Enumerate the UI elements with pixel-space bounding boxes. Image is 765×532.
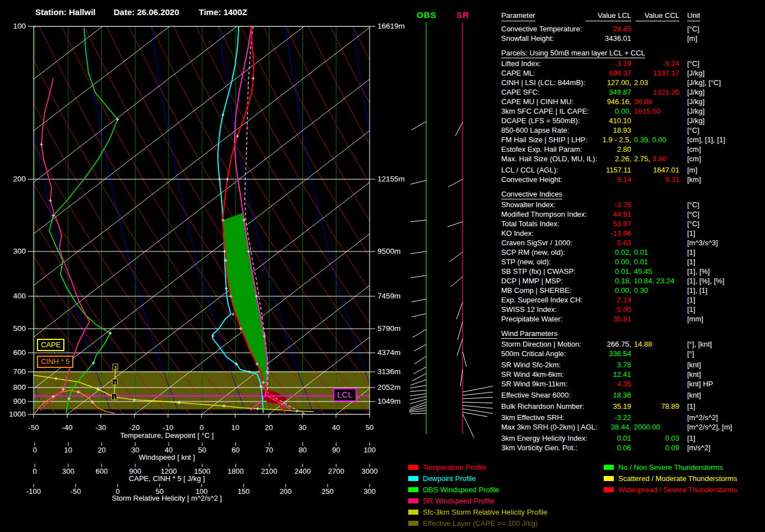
table-row: DCAPE (LFS = 550mB):410.10[J/kg]: [501, 116, 764, 126]
cape-label-box: CAPE: [37, 339, 64, 351]
value-lcl: 44.91: [501, 210, 631, 218]
table-row: FM Hail Size | SHIP | LHP:1.9 - 2.5,0.39…: [501, 136, 764, 145]
value-lcl: 0.00,: [501, 286, 631, 295]
value-lcl: 410.10: [501, 116, 631, 125]
svg-text:30: 30: [298, 423, 306, 432]
value-lcl: -3.78: [501, 200, 631, 209]
profile-legend-item: Effective Layer (CAPE >= 100 J/kg): [408, 517, 548, 529]
profile-legend-item: Temperature Profile: [408, 461, 548, 473]
value-lcl-extra: 2000.00: [634, 423, 660, 431]
cinh-label-box: CINH * 5: [37, 356, 73, 368]
section-header: Wind Parameters: [501, 329, 764, 339]
value-lcl: -3.22: [501, 413, 631, 422]
svg-text:5790m: 5790m: [377, 324, 400, 333]
unit-label: [knt]: [687, 370, 701, 379]
value-lcl: 18.93: [501, 126, 631, 134]
svg-text:Windspeed [ knt ]: Windspeed [ knt ]: [139, 453, 195, 461]
value-lcl: 0.01,: [501, 267, 631, 276]
svg-text:50: 50: [198, 446, 206, 454]
table-row: Effective Shear 6000:18.36[knt]: [501, 391, 764, 400]
value-lcl: 336.54: [501, 349, 631, 358]
value-lcl: 0.18,: [501, 277, 631, 285]
unit-label: [km]: [687, 175, 701, 184]
table-row: CINH | LSI (LCL: 844mB):127.00,2.03[J/kg…: [501, 78, 764, 88]
unit-label: [knt]: [687, 391, 701, 399]
col-header-parameter: Parameter: [501, 11, 535, 21]
wind-columns: [426, 22, 463, 434]
pressure-axis: 1002003004005006007008009001000: [9, 22, 34, 418]
svg-text:-50: -50: [71, 487, 81, 496]
legend-swatch-icon: [408, 521, 418, 526]
legend-label: Effective Layer (CAPE >= 100 J/kg): [423, 519, 538, 528]
table-row: 3km SFC CAPE | IL CAPE:0.00,1615.50[J/kg…: [501, 107, 764, 116]
svg-text:-10: -10: [163, 423, 174, 432]
table-row: Bulk Richardson Number:35.1978.89[1]: [501, 402, 764, 412]
value-lcl-extra: 2.75, 3.90: [634, 155, 666, 163]
unit-label: [°C]: [687, 200, 699, 209]
svg-text:12155m: 12155m: [377, 175, 405, 183]
svg-text:0: 0: [32, 446, 36, 454]
table-row: Snowfall Height:3436.01[m]: [501, 34, 764, 44]
value-lcl: 35.81: [501, 315, 631, 323]
km-height-markers: 123: [112, 364, 118, 400]
svg-text:300: 300: [363, 487, 376, 496]
unit-label: [1]: [687, 305, 695, 314]
value-lcl: 0.02,: [501, 248, 631, 256]
svg-text:60: 60: [232, 446, 240, 454]
svg-text:3000: 3000: [362, 467, 378, 475]
svg-text:80: 80: [298, 446, 306, 454]
unit-label: [1]: [687, 229, 695, 237]
svg-text:10: 10: [64, 446, 72, 454]
svg-text:16619m: 16619m: [377, 22, 405, 30]
value-lcl: 1.9 - 2.5,: [501, 136, 631, 144]
legend-label: OBS Windspeed Profile: [423, 486, 500, 494]
unit-label: [knt]: [687, 361, 701, 369]
svg-text:20: 20: [97, 446, 105, 454]
srh-axis: -100-50050100150200250300Storm Relative …: [26, 484, 376, 502]
svg-text:20: 20: [265, 423, 273, 432]
legend-swatch-icon: [408, 487, 418, 492]
table-row: SR Wind Sfc-2km:3.78[knt]: [501, 361, 764, 370]
legend-label: Dewpoint Profile: [423, 474, 476, 483]
table-row: Modified Thompson Index:44.91[°C]: [501, 210, 764, 220]
table-row: 850-600 Lapse Rate:18.93[°C]: [501, 126, 764, 136]
svg-text:0: 0: [199, 423, 203, 432]
table-row: CAPE ML:596.371337.17[J/kg]: [501, 69, 764, 78]
legend-label: Temperature Profile: [423, 463, 486, 472]
value-lcl: 12.41: [501, 370, 631, 379]
svg-text:0: 0: [32, 467, 36, 475]
severity-legend: No / Non Severe ThunderstormsScattered /…: [604, 461, 737, 495]
col-header-value-lcl: Value LCL: [585, 11, 631, 21]
unit-label: [cm], [1], [1]: [687, 136, 725, 144]
svg-text:Temperature, Dewpoint [ °C ]: Temperature, Dewpoint [ °C ]: [120, 431, 213, 440]
table-row: Estofex Exp. Hail Param:2.80[cm]: [501, 145, 764, 155]
table-row: Storm Direction | Motion:266.75,14.88[°]…: [501, 340, 764, 349]
svg-text:90: 90: [332, 446, 340, 454]
value-lcl: 266.75,: [501, 340, 631, 348]
svg-text:-30: -30: [96, 423, 106, 432]
svg-text:300: 300: [62, 467, 74, 475]
value-lcl: 2.14: [501, 296, 631, 304]
section-header: Convective Indices: [501, 190, 764, 199]
svg-text:2100: 2100: [261, 467, 277, 475]
value-lcl: 38.44,: [501, 423, 631, 431]
svg-text:2700: 2700: [328, 467, 344, 475]
table-row: STP (new, old):0.00,0.01[1]: [501, 258, 764, 267]
unit-label: [m]: [687, 166, 697, 174]
value-lcl: 5.63: [501, 239, 631, 247]
table-row: Convective Temperature:28.45[°C]: [501, 25, 764, 34]
svg-text:200: 200: [279, 487, 292, 496]
unit-label: [m/s^2]: [687, 444, 711, 452]
table-row: Max. Hail Size (OLD, MU, IL):2.26,2.75, …: [501, 155, 764, 164]
table-row: Max 3km SRH (0-2km) | AGL:38.44,2000.00[…: [501, 423, 764, 432]
value-lcl-extra: 45.45: [634, 267, 652, 276]
cape-axis: 03006009001200150018002100240027003000CA…: [32, 464, 377, 483]
svg-text:700: 700: [13, 367, 26, 376]
unit-label: [J/kg]: [687, 88, 705, 96]
value-ccl: 9.31: [501, 175, 679, 184]
svg-text:900: 900: [13, 397, 26, 405]
value-lcl: 3436.01: [501, 34, 631, 43]
svg-text:10: 10: [231, 423, 239, 432]
obs-column-label: OBS: [417, 10, 437, 20]
svg-text:400: 400: [13, 292, 26, 300]
